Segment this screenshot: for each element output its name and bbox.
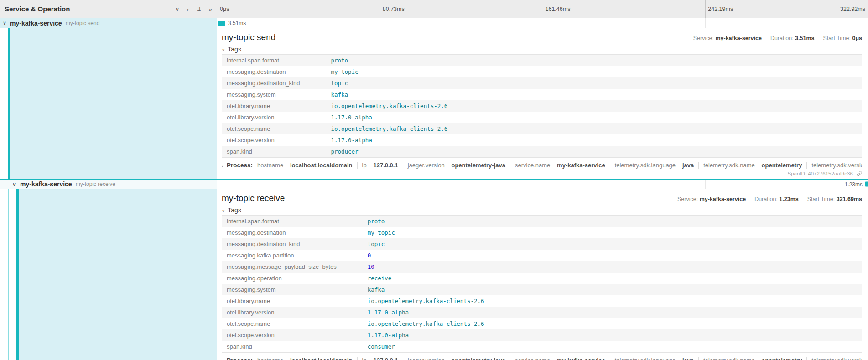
tag-row: messaging.system kafka xyxy=(222,89,862,100)
tag-value: 1.17.0-alpha xyxy=(327,112,862,123)
tag-value: 10 xyxy=(364,261,862,273)
span-id-row: SpanID: 407276152aafdc36 xyxy=(222,171,862,176)
service-name: my-kafka-service xyxy=(20,180,72,188)
process-attribute: jaeger.versionopentelemetry-java xyxy=(403,357,505,360)
tag-value: io.opentelemetry.kafka-clients-2.6 xyxy=(327,100,862,112)
tag-key: messaging.destination_kind xyxy=(222,238,364,250)
trace-timeline-view: Service & Operation ∨ › ⇊ » 0μs 80.73ms … xyxy=(0,0,868,360)
operation-name: my-topic receive xyxy=(76,181,115,187)
tag-row: internal.span.format proto xyxy=(222,216,862,227)
process-attribute: telemetry.sdk.version1.17.0 xyxy=(806,357,862,360)
chevron-right-icon: › xyxy=(222,357,223,360)
process-attribute: hostnamelocalhost.localdomain xyxy=(257,357,352,360)
tag-value: producer xyxy=(327,146,862,158)
chevron-down-icon: ∨ xyxy=(222,208,225,213)
process-accordion-header[interactable]: › Process: hostnamelocalhost.localdomain… xyxy=(222,162,862,169)
expand-all-icon[interactable]: » xyxy=(209,6,212,13)
expand-one-icon[interactable]: › xyxy=(187,6,189,13)
tag-value: kafka xyxy=(364,284,862,295)
tag-row: messaging.destination my-topic xyxy=(222,227,862,238)
tag-row: messaging.message_payload_size_bytes 10 xyxy=(222,261,862,273)
meta-service: Service: my-kafka-service xyxy=(677,196,746,202)
collapse-one-icon[interactable]: ∨ xyxy=(175,6,180,13)
timeline-collapse-controls: ∨ › ⇊ » xyxy=(170,5,212,13)
tag-row: otel.library.version 1.17.0-alpha xyxy=(222,307,862,318)
operation-name: my-topic send xyxy=(66,20,100,26)
process-attribute: service.namemy-kafka-service xyxy=(510,162,605,169)
process-summary: hostnamelocalhost.localdomainip127.0.0.1… xyxy=(257,162,862,169)
chevron-down-icon: ∨ xyxy=(222,47,225,52)
span-detail-title: my-topic send xyxy=(222,32,275,42)
tag-row: otel.library.name io.opentelemetry.kafka… xyxy=(222,295,862,307)
tag-row: otel.scope.version 1.17.0-alpha xyxy=(222,134,862,146)
tag-row: span.kind producer xyxy=(222,146,862,158)
meta-duration: Duration: 1.23ms xyxy=(750,196,799,202)
tags-accordion-header[interactable]: ∨Tags xyxy=(222,46,862,53)
tag-row: messaging.operation receive xyxy=(222,273,862,284)
process-attribute: telemetry.sdk.languagejava xyxy=(610,162,694,169)
tag-value: receive xyxy=(364,273,862,284)
meta-duration: Duration: 3.51ms xyxy=(766,35,815,41)
span-detail-receive: my-topic receive Service: my-kafka-servi… xyxy=(0,189,868,360)
tag-key: span.kind xyxy=(222,341,364,353)
meta-start-time: Start Time: 321.69ms xyxy=(803,196,862,202)
span-detail-header: my-topic send Service: my-kafka-serviceD… xyxy=(222,32,862,42)
tag-key: messaging.operation xyxy=(222,273,364,284)
timeline-ruler[interactable]: 0μs 80.73ms 161.46ms 242.19ms 322.92ms xyxy=(217,0,868,18)
tags-table: internal.span.format proto messaging.des… xyxy=(222,215,862,353)
ruler-tick-label: 322.92ms xyxy=(837,0,868,18)
ruler-tick-label: 242.19ms xyxy=(705,0,736,18)
timeline-gridline xyxy=(543,180,543,189)
tag-value: 0 xyxy=(364,250,862,261)
span-duration-label: 3.51ms xyxy=(228,18,246,28)
meta-start-time: Start Time: 0μs xyxy=(819,35,862,41)
tag-row: otel.library.name io.opentelemetry.kafka… xyxy=(222,100,862,112)
tags-accordion-header[interactable]: ∨Tags xyxy=(222,206,862,214)
span-row-receive: ∨ my-kafka-service my-topic receive 1.23… xyxy=(0,179,868,189)
copy-link-icon[interactable] xyxy=(857,171,862,176)
span-bar-send[interactable] xyxy=(218,21,225,26)
tag-key: otel.library.name xyxy=(222,100,327,112)
tag-row: messaging.destination_kind topic xyxy=(222,238,862,250)
span-detail-accent-column xyxy=(0,189,217,360)
ruler-tick-label: 161.46ms xyxy=(543,0,573,18)
span-bar-receive[interactable] xyxy=(865,182,868,187)
tag-key: messaging.destination_kind xyxy=(222,77,327,89)
tag-value: io.opentelemetry.kafka-clients-2.6 xyxy=(364,318,862,329)
tag-value: topic xyxy=(327,77,862,89)
span-detail-send: my-topic send Service: my-kafka-serviceD… xyxy=(0,28,868,179)
span-name-send[interactable]: ∨ my-kafka-service my-topic send xyxy=(0,18,217,28)
process-attribute: ip127.0.0.1 xyxy=(357,357,398,360)
process-attribute: jaeger.versionopentelemetry-java xyxy=(403,162,505,169)
tags-table: internal.span.format proto messaging.des… xyxy=(222,54,862,158)
span-id-label: SpanID: xyxy=(788,171,807,176)
tag-value: io.opentelemetry.kafka-clients-2.6 xyxy=(327,123,862,134)
process-accordion-header[interactable]: › Process: hostnamelocalhost.localdomain… xyxy=(222,357,862,360)
span-name-receive[interactable]: ∨ my-kafka-service my-topic receive xyxy=(0,180,217,189)
service-name: my-kafka-service xyxy=(10,20,62,27)
span-detail-meta: Service: my-kafka-serviceDuration: 3.51m… xyxy=(693,35,862,41)
tag-key: internal.span.format xyxy=(222,216,364,227)
process-attribute: telemetry.sdk.nameopentelemetry xyxy=(698,162,802,169)
collapse-all-icon[interactable]: ⇊ xyxy=(196,6,201,13)
process-attribute: service.namemy-kafka-service xyxy=(510,357,605,360)
span-timeline-receive: 1.23ms xyxy=(217,180,868,189)
tag-key: otel.scope.version xyxy=(222,329,364,341)
span-duration-label: 1.23ms xyxy=(845,180,863,190)
tag-value: my-topic xyxy=(327,66,862,77)
tag-value: io.opentelemetry.kafka-clients-2.6 xyxy=(364,295,862,307)
chevron-right-icon: › xyxy=(222,162,223,169)
process-attribute: ip127.0.0.1 xyxy=(357,162,398,169)
tag-key: messaging.system xyxy=(222,284,364,295)
span-detail-content: my-topic receive Service: my-kafka-servi… xyxy=(217,189,868,360)
collapse-chevron-icon: ∨ xyxy=(12,181,16,187)
tag-key: otel.scope.name xyxy=(222,318,364,329)
tag-value: 1.17.0-alpha xyxy=(364,329,862,341)
process-attribute: telemetry.sdk.version1.17.0 xyxy=(806,162,862,169)
service-operation-title: Service & Operation xyxy=(5,5,70,13)
tag-key: messaging.kafka.partition xyxy=(222,250,364,261)
tag-value: my-topic xyxy=(364,227,862,238)
timeline-gridline xyxy=(380,18,380,28)
tag-row: messaging.destination my-topic xyxy=(222,66,862,77)
ruler-tick-label: 0μs xyxy=(217,0,232,18)
